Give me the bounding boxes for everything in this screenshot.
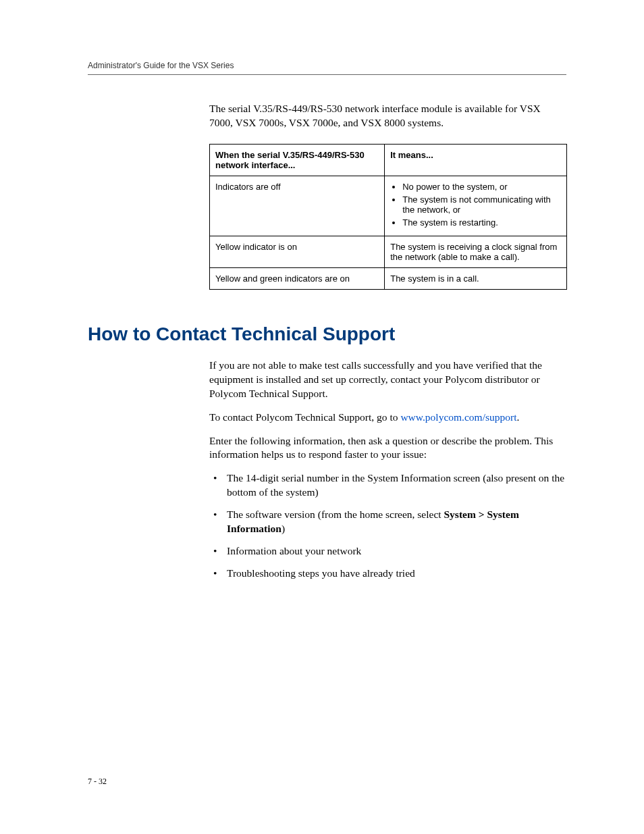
table-head-left: When the serial V.35/RS-449/RS-530 netwo… <box>210 144 385 176</box>
cell-meaning: No power to the system, or The system is… <box>385 176 567 236</box>
running-header: Administrator's Guide for the VSX Series <box>88 61 566 75</box>
text-span: The software version (from the home scre… <box>227 509 444 520</box>
indicator-table: When the serial V.35/RS-449/RS-530 netwo… <box>209 144 567 290</box>
list-item: No power to the system, or <box>402 182 561 192</box>
list-item: The system is restarting. <box>402 217 561 228</box>
cell-meaning: The system is receiving a clock signal f… <box>385 236 567 267</box>
cell-condition: Yellow and green indicators are on <box>210 267 385 289</box>
text-span: The 14-digit serial number in the System… <box>227 472 564 498</box>
list-item: Troubleshooting steps you have already t… <box>209 567 566 581</box>
text-span: Information about your network <box>227 545 361 556</box>
support-link[interactable]: www.polycom.com/support <box>400 411 516 423</box>
cell-meaning: The system is in a call. <box>385 267 567 289</box>
list-item: The software version (from the home scre… <box>209 508 566 536</box>
text-span: To contact Polycom Technical Support, go… <box>209 411 400 423</box>
table-head-right: It means... <box>385 144 567 176</box>
table-row: Yellow and green indicators are on The s… <box>210 267 567 289</box>
section-paragraph-1: If you are not able to make test calls s… <box>209 359 566 401</box>
text-span: ) <box>281 523 285 534</box>
list-item: Information about your network <box>209 544 566 558</box>
text-span: . <box>516 411 519 423</box>
cell-condition: Yellow indicator is on <box>210 236 385 267</box>
section-heading: How to Contact Technical Support <box>88 323 566 345</box>
page-number: 7 - 32 <box>88 777 107 787</box>
table-row: Yellow indicator is on The system is rec… <box>210 236 567 267</box>
text-span: Troubleshooting steps you have already t… <box>227 567 415 579</box>
cell-condition: Indicators are off <box>210 176 385 236</box>
section-paragraph-2: To contact Polycom Technical Support, go… <box>209 411 566 425</box>
intro-paragraph: The serial V.35/RS-449/RS-530 network in… <box>209 102 566 130</box>
bullet-list: The 14-digit serial number in the System… <box>209 471 566 581</box>
list-item: The system is not communicating with the… <box>402 194 561 215</box>
list-item: The 14-digit serial number in the System… <box>209 471 566 500</box>
section-paragraph-3: Enter the following information, then as… <box>209 434 566 463</box>
table-row: Indicators are off No power to the syste… <box>210 176 567 236</box>
